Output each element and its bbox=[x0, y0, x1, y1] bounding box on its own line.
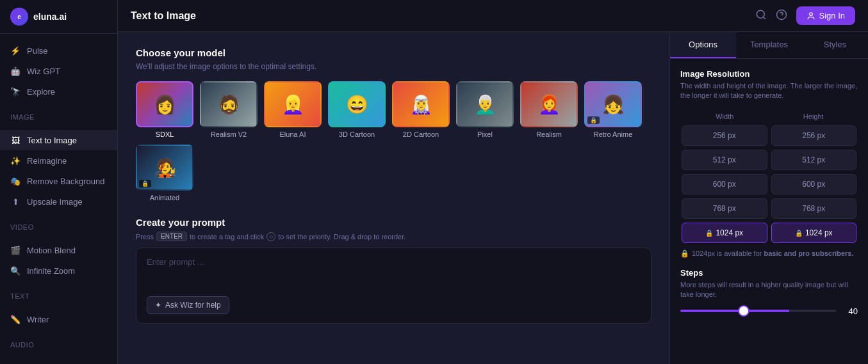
hint-press-text: Press bbox=[136, 233, 154, 241]
sidebar-item-wiz-gpt[interactable]: 🤖 Wiz GPT bbox=[0, 61, 117, 81]
retro-anime-lock-badge: 🔒 bbox=[587, 116, 600, 124]
wiz-icon: ✦ bbox=[155, 301, 161, 310]
sidebar-item-pulse[interactable]: ⚡ Pulse bbox=[0, 40, 117, 61]
model-label-animated: Animated bbox=[150, 194, 179, 202]
sidebar-item-writer[interactable]: ✏️ Writer bbox=[0, 309, 117, 329]
wiz-gpt-icon: 🤖 bbox=[10, 66, 20, 76]
main-content: Choose your model We'll adjust the image… bbox=[118, 32, 669, 364]
steps-section: Steps More steps will result in a higher… bbox=[680, 268, 858, 316]
height-1024[interactable]: 🔒1024 px bbox=[771, 223, 857, 243]
image-nav-section: 🖼 Text to Image ✨ Reimagine 🎭 Remove Bac… bbox=[0, 123, 117, 218]
sidebar-item-reimagine[interactable]: ✨ Reimagine bbox=[0, 150, 117, 171]
help-icon[interactable] bbox=[776, 9, 787, 23]
panel-tabs: Options Templates Styles bbox=[670, 32, 868, 59]
sign-in-button[interactable]: Sign In bbox=[796, 6, 855, 25]
model-image-3d-cartoon: 😄 bbox=[328, 81, 386, 127]
steps-slider[interactable] bbox=[680, 310, 836, 312]
model-image-2d-cartoon: 🧝‍♀️ bbox=[392, 81, 450, 127]
tab-styles[interactable]: Styles bbox=[802, 32, 868, 58]
explore-icon: 🔭 bbox=[10, 86, 20, 97]
width-600[interactable]: 600 px bbox=[682, 174, 767, 194]
height-512[interactable]: 512 px bbox=[771, 150, 857, 170]
note-lock-icon: 🔒 bbox=[680, 249, 689, 258]
image-section-label: Image bbox=[0, 108, 117, 123]
prompt-section: Create your prompt Press ENTER to create… bbox=[136, 217, 651, 324]
model-card-2d-cartoon[interactable]: 🧝‍♀️ 2D Cartoon bbox=[392, 81, 450, 138]
sidebar-item-label-upscale-image: Upscale Image bbox=[27, 197, 83, 207]
video-nav-section: 🎬 Motion Blend 🔍 Infinite Zoom bbox=[0, 233, 117, 287]
tab-templates[interactable]: Templates bbox=[736, 32, 802, 58]
model-preview-2d-cartoon: 🧝‍♀️ bbox=[393, 83, 448, 126]
choose-model-section: Choose your model We'll adjust the image… bbox=[136, 47, 651, 202]
width-header: Width bbox=[680, 110, 769, 123]
topbar-right: Sign In bbox=[755, 6, 855, 31]
tab-options[interactable]: Options bbox=[670, 32, 736, 58]
sidebar-item-remove-background[interactable]: 🎭 Remove Background bbox=[0, 171, 117, 191]
width-512[interactable]: 512 px bbox=[682, 150, 767, 170]
motion-blend-icon: 🎬 bbox=[10, 245, 20, 255]
model-preview-eluna-ai: 👱‍♀️ bbox=[265, 83, 320, 126]
height-768[interactable]: 768 px bbox=[771, 198, 857, 219]
width-256[interactable]: 256 px bbox=[682, 125, 767, 146]
model-label-retro-anime: Retro Anime bbox=[594, 131, 633, 138]
logo-icon: e bbox=[10, 8, 28, 26]
hint-priority-text: to set the priority. Drag & drop to reor… bbox=[278, 233, 405, 241]
main-wrapper: Text to Image Sign In Choose your model … bbox=[118, 0, 868, 364]
width-1024[interactable]: 🔒1024 px bbox=[682, 223, 767, 243]
prompt-input[interactable] bbox=[147, 257, 641, 289]
model-preview-realism-v2: 🧔 bbox=[201, 83, 256, 126]
hint-tag-text: to create a tag and click bbox=[190, 233, 264, 241]
resolution-headers: Width Height bbox=[680, 110, 858, 123]
sidebar-item-motion-blend[interactable]: 🎬 Motion Blend bbox=[0, 240, 117, 260]
model-card-realism-v2[interactable]: 🧔 Realism V2 bbox=[200, 81, 258, 138]
logo-text: eluna.ai bbox=[33, 12, 67, 22]
audio-section-label: Audio bbox=[0, 336, 117, 351]
model-image-pixel: 👨‍🦳 bbox=[456, 81, 514, 127]
model-label-realism: Realism bbox=[536, 131, 562, 138]
choose-model-heading: Choose your model bbox=[136, 47, 651, 58]
prompt-hint: Press ENTER to create a tag and click ○ … bbox=[136, 232, 651, 241]
model-image-realism: 👩‍🦰 bbox=[520, 81, 578, 127]
remove-bg-icon: 🎭 bbox=[10, 176, 20, 186]
image-resolution-title: Image Resolution bbox=[680, 69, 858, 79]
image-resolution-desc: The width and height of the image. The l… bbox=[680, 81, 858, 101]
sidebar-item-label-remove-background: Remove Background bbox=[27, 177, 104, 186]
sign-in-label: Sign In bbox=[819, 11, 845, 20]
height-header: Height bbox=[769, 110, 858, 123]
main-topbar: Text to Image Sign In bbox=[118, 0, 868, 32]
model-card-realism[interactable]: 👩‍🦰 Realism bbox=[520, 81, 578, 138]
model-card-eluna-ai[interactable]: 👱‍♀️ Eluna AI bbox=[264, 81, 322, 138]
sidebar-item-upscale-image[interactable]: ⬆ Upscale Image bbox=[0, 191, 117, 212]
search-icon[interactable] bbox=[755, 9, 767, 23]
steps-desc: More steps will result in a higher quali… bbox=[680, 280, 858, 300]
model-preview-sdxl: 👩 bbox=[137, 83, 192, 126]
model-preview-3d-cartoon: 😄 bbox=[329, 83, 384, 126]
height-256[interactable]: 256 px bbox=[771, 125, 857, 146]
height-600[interactable]: 600 px bbox=[771, 174, 857, 194]
model-label-eluna-ai: Eluna AI bbox=[280, 131, 306, 138]
model-card-3d-cartoon[interactable]: 😄 3D Cartoon bbox=[328, 81, 386, 138]
sidebar-item-text-to-image[interactable]: 🖼 Text to Image bbox=[0, 130, 117, 150]
page-title: Text to Image bbox=[131, 10, 196, 28]
infinite-zoom-icon: 🔍 bbox=[10, 265, 20, 276]
sidebar-item-infinite-zoom[interactable]: 🔍 Infinite Zoom bbox=[0, 260, 117, 281]
model-card-retro-anime[interactable]: 👧 🔒 Retro Anime bbox=[584, 81, 642, 138]
resolution-note: 🔒 1024px is available for basic and pro … bbox=[680, 249, 858, 258]
reimagine-icon: ✨ bbox=[10, 155, 20, 166]
hint-enter-kbd: ENTER bbox=[156, 232, 187, 241]
text-nav-section: ✏️ Writer bbox=[0, 303, 117, 336]
width-768[interactable]: 768 px bbox=[682, 198, 767, 219]
model-card-sdxl[interactable]: 👩 SDXL bbox=[136, 81, 193, 138]
sidebar: e eluna.ai ⚡ Pulse 🤖 Wiz GPT 🔭 Explore I… bbox=[0, 0, 118, 364]
steps-header: Steps bbox=[680, 268, 858, 278]
model-image-sdxl: 👩 bbox=[136, 81, 193, 127]
wiz-help-button[interactable]: ✦ Ask Wiz for help bbox=[147, 296, 229, 314]
text-to-image-icon: 🖼 bbox=[10, 135, 20, 145]
model-card-animated[interactable]: 🧑‍🎤 🔒 Animated bbox=[136, 145, 193, 202]
tab-options-label: Options bbox=[689, 40, 717, 49]
model-card-pixel[interactable]: 👨‍🦳 Pixel bbox=[456, 81, 514, 138]
sidebar-item-explore[interactable]: 🔭 Explore bbox=[0, 81, 117, 102]
prompt-heading: Create your prompt bbox=[136, 217, 651, 228]
svg-point-3 bbox=[809, 12, 812, 15]
model-image-eluna-ai: 👱‍♀️ bbox=[264, 81, 322, 127]
